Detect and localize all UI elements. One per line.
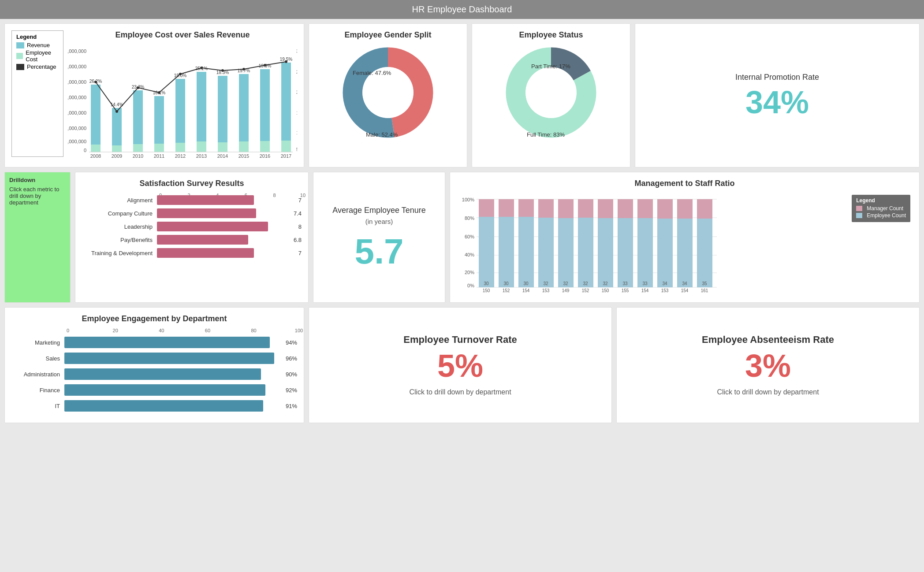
svg-text:5: 5: [296, 147, 297, 152]
emp-bar-5: [558, 218, 574, 287]
sat-value-culture: 7.4: [294, 210, 302, 217]
status-donut-wrap: Part Time: 17% Full Time: 83%: [479, 44, 623, 141]
cost-revenue-title: Employee Cost over Sales Revenue: [68, 30, 297, 40]
mgr-bar-11: [677, 199, 693, 219]
mgmt-ratio-card: Management to Staff Ratio Legend Manager…: [450, 172, 920, 303]
svg-text:10: 10: [296, 130, 297, 135]
legend-percentage-label: Percentage: [27, 63, 56, 70]
svg-text:3,000,000: 3,000,000: [68, 110, 86, 115]
revenue-bar-2013: [197, 72, 206, 152]
sat-axis-10: 10: [300, 193, 306, 198]
dashboard-title: HR Employee Dashboard: [412, 4, 512, 14]
drilldown-card[interactable]: Drilldown Click each metric to drill dow…: [4, 172, 71, 303]
svg-text:34: 34: [682, 281, 687, 286]
employee-cost-color-swatch: [16, 53, 23, 59]
sat-row-alignment: Alignment 7: [82, 195, 302, 205]
sat-value-training: 7: [298, 250, 302, 256]
svg-text:33: 33: [642, 281, 648, 286]
eng-row-sales: Sales 96%: [11, 353, 297, 364]
employee-status-title: Employee Status: [479, 30, 623, 40]
eng-label-finance: Finance: [11, 387, 64, 394]
svg-text:2015: 2015: [238, 153, 249, 159]
svg-text:4,000,000: 4,000,000: [68, 95, 86, 100]
sat-value-pay: 6.8: [294, 237, 302, 243]
emp-bar-7: [598, 218, 613, 287]
emp-bar-12: [697, 215, 712, 287]
sat-row-leadership: Leadership 8: [82, 222, 302, 231]
cost-bar-2008: [91, 145, 101, 152]
parttime-label: Part Time: 17%: [531, 63, 570, 70]
status-donut-center: [525, 67, 577, 118]
svg-text:152: 152: [582, 288, 589, 293]
turnover-value: 5%: [437, 350, 483, 382]
eng-bar-sales-wrap: [64, 353, 283, 364]
male-label: Male: 52.4%: [366, 131, 398, 138]
sat-bar-culture: [157, 208, 256, 218]
cost-bar-2017: [281, 141, 291, 152]
mgmt-legend-employee-label: Employee Count: [867, 212, 906, 219]
svg-text:154: 154: [681, 288, 689, 293]
sat-label-leadership: Leadership: [82, 223, 157, 230]
legend-employee-cost-label: Employee Cost: [26, 49, 59, 63]
svg-text:30: 30: [296, 48, 297, 54]
svg-text:154: 154: [641, 288, 649, 293]
turnover-title: Employee Turnover Rate: [403, 334, 517, 345]
mgmt-ratio-svg: 100% 80% 60% 40% 20% 0%: [457, 193, 721, 294]
satisfaction-title: Satisfaction Survey Results: [82, 179, 302, 188]
svg-text:2009: 2009: [112, 153, 122, 159]
mgr-bar-5: [558, 199, 574, 218]
absenteeism-card[interactable]: Employee Absenteeism Rate 3% Click to dr…: [616, 307, 920, 423]
row-2: Drilldown Click each metric to drill dow…: [4, 172, 920, 303]
cost-revenue-card: Legend Revenue Employee Cost Percentage: [4, 23, 304, 167]
trend-point-2015: [242, 68, 245, 71]
svg-text:2011: 2011: [154, 153, 164, 159]
sat-bar-training: [157, 248, 254, 258]
eng-bar-admin-wrap: [64, 368, 283, 380]
emp-bar-2: [499, 217, 514, 287]
employee-status-card: Employee Status Part Time: 17% Full Time…: [472, 23, 630, 167]
eng-value-it: 91%: [286, 403, 297, 409]
sat-bar-alignment-wrap: [157, 195, 296, 205]
cost-bar-2012: [175, 143, 185, 152]
turnover-cta: Click to drill down by department: [409, 388, 511, 396]
mgr-bar-6: [578, 199, 593, 218]
eng-axis-80: 80: [251, 328, 256, 333]
drilldown-title: Drilldown: [9, 177, 66, 183]
cost-revenue-chart-wrap: Employee Cost over Sales Revenue 7,000,0…: [68, 30, 297, 160]
eng-bar-finance: [64, 384, 265, 396]
svg-text:32: 32: [583, 281, 588, 286]
manager-color-swatch: [856, 206, 862, 211]
fulltime-label: Full Time: 83%: [527, 131, 565, 138]
eng-bar-sales: [64, 353, 274, 364]
tenure-value: 5.7: [354, 234, 403, 269]
revenue-bar-2010: [133, 90, 143, 152]
cost-bar-2011: [154, 144, 164, 152]
engagement-axis: 0 20 40 60 80 100: [67, 328, 297, 334]
sat-label-pay: Pay/Benefits: [82, 237, 157, 243]
gender-split-title: Employee Gender Split: [316, 30, 460, 40]
svg-text:60%: 60%: [465, 234, 474, 239]
svg-text:20: 20: [296, 89, 297, 95]
trend-point-2013: [200, 67, 203, 69]
svg-text:30: 30: [484, 281, 489, 286]
svg-text:2013: 2013: [196, 153, 207, 159]
mgr-bar-10: [657, 199, 673, 219]
svg-text:2008: 2008: [90, 153, 101, 159]
revenue-color-swatch: [16, 42, 24, 48]
cost-bar-2010: [133, 144, 143, 152]
trend-point-2016: [264, 64, 266, 67]
trend-point-2008: [94, 81, 97, 83]
svg-text:100%: 100%: [462, 197, 474, 202]
mgmt-legend-title: Legend: [856, 197, 906, 204]
status-donut-svg: Part Time: 17% Full Time: 83%: [503, 44, 600, 141]
svg-text:35: 35: [702, 281, 707, 286]
trend-point-2009: [116, 110, 118, 113]
svg-text:152: 152: [503, 288, 510, 293]
revenue-bar-2017: [281, 63, 291, 152]
svg-text:149: 149: [562, 288, 570, 293]
emp-bar-6: [578, 217, 593, 287]
legend-employee-cost: Employee Cost: [16, 49, 59, 63]
turnover-card[interactable]: Employee Turnover Rate 5% Click to drill…: [309, 307, 612, 423]
svg-text:2016: 2016: [260, 153, 270, 159]
eng-row-finance: Finance 92%: [11, 384, 297, 396]
